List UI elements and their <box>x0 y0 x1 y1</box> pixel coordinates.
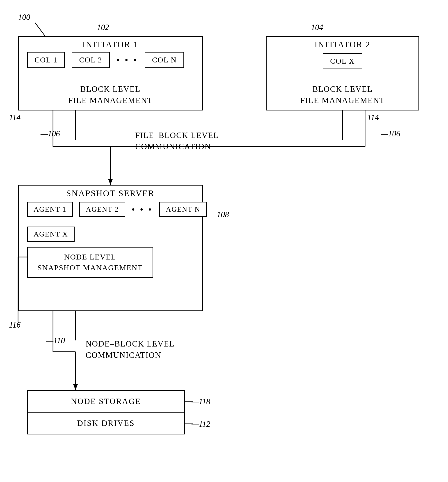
dots-agents: • • • <box>132 204 153 215</box>
node-snapshot-line1: NODE LEVEL <box>32 252 148 262</box>
ref-label-106-right: —106 <box>381 129 400 138</box>
ref-label-102: 102 <box>97 23 109 32</box>
agent1-box: AGENT 1 <box>27 202 73 217</box>
diagram-container: 100 102 104 INITIATOR 1 COL 1 COL 2 • • … <box>0 0 448 482</box>
agentN-box: AGENT N <box>159 202 207 217</box>
ref-label-106-left: —106 <box>40 129 60 138</box>
ref-110-dash: — <box>46 336 53 345</box>
ref-118-dash: — <box>192 397 199 406</box>
disk-drives-label: DISK DRIVES <box>28 413 184 434</box>
node-block-line2: COMMUNICATION <box>86 349 175 361</box>
ref-label-108: —108 <box>210 210 229 219</box>
node-snapshot-management-box: NODE LEVEL SNAPSHOT MANAGEMENT <box>27 247 153 278</box>
agent2-box: AGENT 2 <box>79 202 125 217</box>
ref-label-114-left: 114 <box>9 113 21 122</box>
initiator2-block-line1: BLOCK LEVEL <box>266 83 419 95</box>
ref-112-dash: — <box>192 419 199 429</box>
node-block-communication-text: NODE–BLOCK LEVEL COMMUNICATION <box>86 338 175 361</box>
svg-line-0 <box>35 23 45 36</box>
initiator2-title: INITIATOR 2 <box>266 40 419 49</box>
agentX-box: AGENT X <box>27 226 75 242</box>
col-boxes-row: COL 1 COL 2 • • • COL N <box>27 52 184 68</box>
dots-initiator1: • • • <box>117 55 138 65</box>
node-snapshot-line2: SNAPSHOT MANAGEMENT <box>32 262 148 273</box>
col1-box: COL 1 <box>27 52 65 68</box>
node-storage-title: NODE STORAGE <box>28 391 184 413</box>
svg-marker-16 <box>73 384 78 390</box>
col2-box: COL 2 <box>72 52 110 68</box>
file-block-communication-text: FILE–BLOCK LEVEL COMMUNICATION <box>135 130 219 153</box>
ref-106-dash-left: — <box>40 129 48 138</box>
initiator1-block-line1: BLOCK LEVEL <box>18 83 203 95</box>
colN-box: COL N <box>145 52 184 68</box>
ref-label-114-right: 114 <box>367 113 379 122</box>
node-storage-outer-box: NODE STORAGE DISK DRIVES <box>27 390 185 434</box>
file-block-line2: COMMUNICATION <box>135 141 219 152</box>
ref-label-118: —118 <box>192 397 210 406</box>
col-x-box-wrap: COL X <box>279 53 406 69</box>
ref-106-dash-right: — <box>381 129 388 138</box>
file-block-line1: FILE–BLOCK LEVEL <box>135 130 219 141</box>
initiator1-block-line2: FILE MANAGEMENT <box>18 95 203 106</box>
ref-label-104: 104 <box>311 23 323 32</box>
node-block-line1: NODE–BLOCK LEVEL <box>86 338 175 349</box>
colX-box: COL X <box>323 53 362 69</box>
svg-marker-9 <box>108 179 113 185</box>
ref-label-110: —110 <box>46 336 65 345</box>
ref-label-112: —112 <box>192 419 210 429</box>
ref-label-100: 100 <box>18 12 30 22</box>
agent-x-wrap: AGENT X <box>27 226 75 242</box>
initiator1-block-level-text: BLOCK LEVEL FILE MANAGEMENT <box>18 83 203 106</box>
snapshot-server-title: SNAPSHOT SERVER <box>18 188 203 198</box>
ref-label-116: 116 <box>9 320 21 329</box>
ref-108-dash: — <box>210 210 217 219</box>
initiator2-block-line2: FILE MANAGEMENT <box>266 95 419 106</box>
initiator2-block-level-text: BLOCK LEVEL FILE MANAGEMENT <box>266 83 419 106</box>
agent-row1: AGENT 1 AGENT 2 • • • AGENT N <box>27 202 207 217</box>
initiator1-title: INITIATOR 1 <box>18 40 203 49</box>
